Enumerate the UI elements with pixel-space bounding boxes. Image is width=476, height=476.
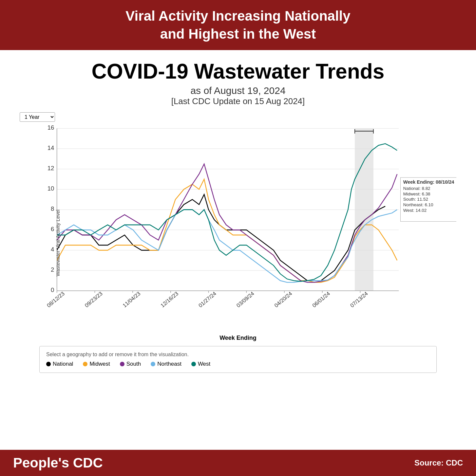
svg-text:09/23/23: 09/23/23: [84, 290, 104, 309]
west-dot: [191, 362, 196, 366]
y-axis-label: Wastewater Viral Activity Level: [55, 210, 61, 276]
chart-date: as of August 19, 2024: [20, 85, 456, 96]
svg-text:11/04/23: 11/04/23: [122, 290, 142, 309]
legend-item-midwest[interactable]: Midwest: [83, 361, 110, 367]
svg-text:07/13/24: 07/13/24: [349, 290, 369, 309]
south-line: [57, 164, 397, 282]
chart-update: [Last CDC Update on 15 Aug 2024]: [20, 96, 456, 106]
chart-main-title: COVID-19 Wastewater Trends: [20, 60, 456, 83]
tooltip-west: West: 14.02: [403, 208, 427, 212]
national-dot: [46, 362, 51, 366]
northeast-dot: [151, 362, 155, 366]
chart-title-section: COVID-19 Wastewater Trends as of August …: [20, 60, 456, 106]
midwest-dot: [83, 362, 87, 366]
svg-text:0: 0: [51, 286, 54, 293]
time-range-select[interactable]: 1 Year 6 Months 3 Months: [20, 112, 55, 122]
svg-text:14: 14: [48, 144, 54, 151]
brand-name: People's CDC: [13, 455, 103, 471]
legend-label-midwest: Midwest: [89, 361, 110, 367]
tooltip-northeast: Northeast: 6.10: [403, 202, 433, 207]
legend-label-national: National: [53, 361, 73, 367]
svg-text:12/16/23: 12/16/23: [160, 290, 180, 309]
main-content: COVID-19 Wastewater Trends as of August …: [0, 50, 476, 373]
footer-banner: People's CDC Source: CDC: [0, 450, 476, 476]
svg-text:2: 2: [51, 266, 54, 273]
legend-label-northeast: Northeast: [157, 361, 181, 367]
legend-item-national[interactable]: National: [46, 361, 73, 367]
west-line: [57, 143, 397, 281]
svg-text:10: 10: [48, 185, 54, 192]
south-dot: [120, 362, 124, 366]
tooltip-header: Week Ending: 08/10/24: [403, 179, 454, 184]
svg-text:01/27/24: 01/27/24: [197, 290, 217, 309]
midwest-line: [57, 179, 397, 282]
svg-text:4: 4: [51, 246, 54, 253]
source-label: Source: CDC: [414, 458, 463, 467]
svg-text:04/20/24: 04/20/24: [273, 290, 293, 309]
legend-label-south: South: [126, 361, 141, 367]
svg-text:08/12/23: 08/12/23: [46, 290, 66, 309]
legend-item-northeast[interactable]: Northeast: [151, 361, 181, 367]
legend-label-west: West: [198, 361, 210, 367]
northeast-line: [57, 210, 397, 282]
tooltip-south: South: 11.52: [403, 197, 428, 202]
legend-instruction: Select a geography to add or remove it f…: [46, 352, 430, 357]
legend-box: Select a geography to add or remove it f…: [39, 346, 437, 373]
national-line: [57, 194, 385, 281]
legend-items: National Midwest South Northeast West: [46, 361, 430, 367]
legend-item-south[interactable]: South: [120, 361, 141, 367]
header-title: Viral Activity Increasing Nationally and…: [13, 7, 463, 43]
chart-container: Wastewater Viral Activity Level: [20, 125, 456, 328]
dropdown-row: 1 Year 6 Months 3 Months: [20, 112, 456, 122]
tooltip-national: National: 8.82: [403, 186, 430, 191]
tooltip-midwest: Midwest: 6.38: [403, 192, 430, 196]
svg-text:6: 6: [51, 226, 54, 232]
chart-svg: 0 2 4 6 8 10 12 14 16 08/12/23 09/23/23: [20, 125, 456, 328]
svg-text:16: 16: [48, 125, 54, 131]
svg-text:03/09/24: 03/09/24: [235, 290, 255, 309]
svg-text:06/01/24: 06/01/24: [311, 290, 331, 309]
header-banner: Viral Activity Increasing Nationally and…: [0, 0, 476, 50]
svg-text:12: 12: [48, 165, 54, 172]
x-axis-label: Week Ending: [20, 335, 456, 341]
svg-text:8: 8: [51, 205, 54, 212]
legend-item-west[interactable]: West: [191, 361, 210, 367]
